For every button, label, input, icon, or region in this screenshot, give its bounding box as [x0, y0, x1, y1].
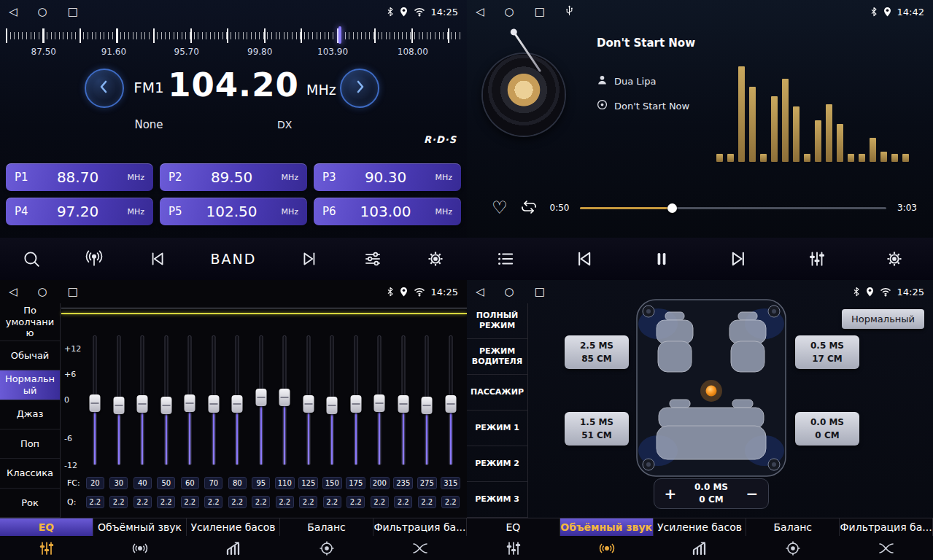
sf-mode-item[interactable]: РЕЖИМ 1	[467, 411, 527, 446]
surround-speaker-icon[interactable]	[93, 536, 187, 560]
sf-mode-item[interactable]: ПАССАЖИР	[467, 375, 527, 411]
sf-mode-item[interactable]: ПОЛНЫЙ РЕЖИМ	[467, 303, 527, 339]
surround-speaker-icon[interactable]	[560, 536, 654, 560]
eq-slider-thumb[interactable]	[185, 394, 195, 412]
balance-target-icon[interactable]	[746, 536, 840, 560]
eq-slider-thumb[interactable]	[90, 394, 101, 412]
tab-balance[interactable]: Баланс	[746, 518, 840, 536]
tab-bass-boost[interactable]: Усиление басов	[187, 518, 280, 536]
eq-preset-item[interactable]: Классика	[0, 459, 60, 488]
tab-filter[interactable]: Фильтрация ба...	[373, 518, 467, 536]
eq-preset-item[interactable]: Поп	[0, 429, 60, 459]
delay-front-right[interactable]: 0.5 MS 17 CM	[795, 335, 859, 369]
sf-mode-item[interactable]: РЕЖИМ 2	[467, 446, 527, 482]
eq-preset-item[interactable]: По умолчанию	[0, 303, 60, 341]
equalizer-faders-icon[interactable]	[808, 249, 826, 268]
tuning-sliders-icon[interactable]	[363, 249, 382, 268]
back-button[interactable]: ◁	[9, 7, 18, 18]
tab-bass-boost[interactable]: Усиление басов	[654, 518, 747, 536]
pause-icon[interactable]	[652, 249, 671, 268]
eq-preset-item[interactable]: Обычай	[0, 341, 60, 370]
back-button[interactable]: ◁	[9, 287, 18, 298]
radio-preset-button[interactable]: P289.50MHz	[160, 163, 307, 191]
bass-boost-icon[interactable]	[187, 536, 280, 560]
broadcast-antenna-icon[interactable]	[85, 249, 104, 268]
back-button[interactable]: ◁	[476, 287, 484, 298]
eq-preset-item[interactable]: Рок	[0, 489, 60, 518]
radio-preset-button[interactable]: P5102.50MHz	[160, 198, 307, 225]
tuner-pointer[interactable]	[338, 26, 341, 44]
crossover-filter-icon[interactable]	[840, 536, 933, 560]
balance-target-icon[interactable]	[280, 536, 373, 560]
eq-slider-thumb[interactable]	[398, 395, 409, 413]
tab-filter[interactable]: Фильтрация ба...	[840, 518, 933, 536]
eq-faders-icon[interactable]	[467, 536, 560, 560]
radio-preset-button[interactable]: P390.30MHz	[314, 163, 461, 191]
eq-slider-thumb[interactable]	[303, 395, 314, 413]
eq-slider-thumb[interactable]	[279, 389, 290, 406]
tab-surround[interactable]: Объёмный звук	[560, 518, 654, 536]
tab-eq[interactable]: EQ	[0, 518, 93, 536]
tab-balance[interactable]: Баланс	[280, 518, 373, 536]
recents-button[interactable]: □	[535, 7, 545, 18]
tab-surround[interactable]: Объёмный звук	[93, 518, 187, 536]
eq-slider-thumb[interactable]	[374, 394, 385, 412]
scan-search-icon[interactable]	[22, 249, 41, 268]
settings-gear-icon[interactable]	[885, 249, 904, 268]
sf-mode-item[interactable]: РЕЖИМ 3	[467, 482, 527, 518]
q-cells: 2.22.22.22.22.22.22.22.22.22.22.22.22.22…	[83, 496, 462, 508]
delay-rear-left[interactable]: 1.5 MS 51 CM	[565, 412, 629, 446]
decrease-delay-button[interactable]: −	[740, 483, 764, 505]
frequency-ruler[interactable]	[6, 26, 461, 45]
delay-front-left[interactable]: 2.5 MS 85 CM	[565, 335, 629, 369]
eq-slider-thumb[interactable]	[160, 397, 171, 414]
eq-preset-item[interactable]: Джаз	[0, 400, 60, 429]
skip-previous-icon[interactable]	[147, 249, 166, 268]
eq-slider-thumb[interactable]	[113, 397, 124, 414]
recents-button[interactable]: □	[68, 7, 78, 18]
radio-preset-button[interactable]: P6103.00MHz	[314, 198, 461, 225]
bass-boost-icon[interactable]	[654, 536, 747, 560]
home-button[interactable]: ○	[505, 7, 514, 18]
eq-slider-thumb[interactable]	[350, 395, 361, 413]
skip-previous-icon[interactable]	[573, 249, 594, 269]
eq-slider-thumb[interactable]	[422, 397, 433, 414]
home-button[interactable]: ○	[38, 7, 47, 18]
eq-slider-thumb[interactable]	[137, 395, 148, 413]
favorite-heart-icon[interactable]: ♡	[492, 199, 508, 217]
sf-mode-item[interactable]: РЕЖИМ ВОДИТЕЛЯ	[467, 339, 527, 375]
repeat-icon[interactable]	[519, 198, 539, 218]
settings-gear-icon[interactable]	[426, 249, 445, 268]
q-value: 2.2	[181, 496, 199, 508]
recents-button[interactable]: □	[535, 287, 545, 298]
eq-slider-thumb[interactable]	[255, 389, 266, 406]
bluetooth-icon	[387, 287, 394, 297]
seek-slider[interactable]	[580, 202, 886, 214]
recents-button[interactable]: □	[68, 287, 78, 298]
skip-next-icon[interactable]	[301, 249, 320, 268]
crossover-filter-icon[interactable]	[373, 536, 467, 560]
eq-slider-thumb[interactable]	[327, 397, 338, 414]
eq-slider-thumb[interactable]	[232, 395, 243, 413]
radio-preset-button[interactable]: P497.20MHz	[6, 198, 153, 225]
sf-preset-badge[interactable]: Нормальный	[842, 309, 924, 329]
eq-slider-thumb[interactable]	[445, 395, 456, 413]
eq-slider-thumb[interactable]	[208, 395, 219, 413]
delay-ms: 0.0 MS	[795, 416, 859, 429]
band-button[interactable]: BAND	[211, 251, 257, 267]
playlist-icon[interactable]	[496, 249, 515, 268]
progress-thumb[interactable]	[667, 203, 677, 213]
tune-down-button[interactable]	[85, 69, 124, 108]
eq-faders-icon[interactable]	[0, 536, 93, 560]
delay-rear-right[interactable]: 0.0 MS 0 CM	[795, 412, 859, 446]
tune-up-button[interactable]	[340, 69, 379, 108]
q-cell: 2.2	[107, 496, 131, 508]
radio-preset-button[interactable]: P188.70MHz	[6, 163, 153, 191]
increase-delay-button[interactable]: +	[659, 483, 682, 505]
eq-preset-item[interactable]: Нормальный	[0, 370, 60, 400]
home-button[interactable]: ○	[505, 287, 514, 298]
home-button[interactable]: ○	[38, 287, 47, 298]
back-button[interactable]: ◁	[476, 7, 484, 18]
skip-next-icon[interactable]	[729, 249, 749, 269]
tab-eq[interactable]: EQ	[467, 518, 560, 536]
